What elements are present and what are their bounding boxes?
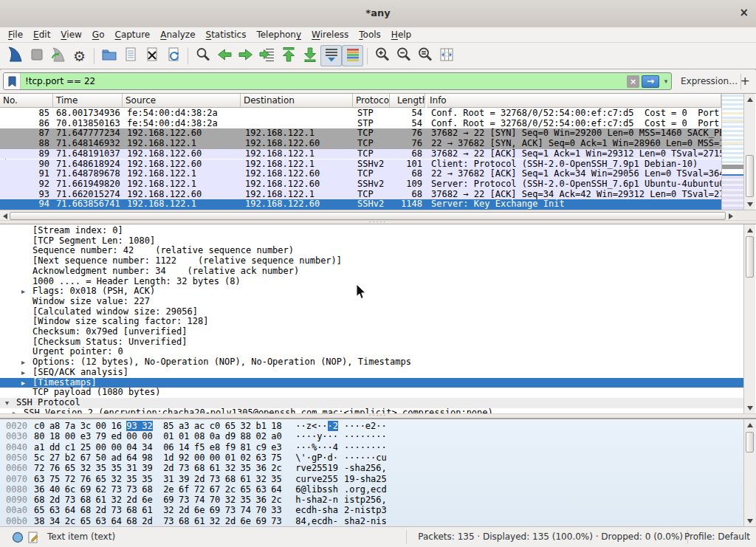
packet-row-91[interactable]: 9171.648789678192.168.122.1192.168.122.6… [0, 169, 721, 179]
reload-file-button[interactable] [162, 45, 184, 66]
zoom-in-button[interactable] [371, 45, 393, 66]
menu-statistics[interactable]: Statistics [201, 27, 252, 42]
detail-line[interactable]: TCP payload (1080 bytes) [0, 388, 743, 398]
title-bar[interactable]: *any × [0, 0, 756, 28]
scroll-down-icon[interactable] [744, 199, 756, 209]
expand-icon[interactable]: ▸ [13, 408, 16, 413]
open-file-button[interactable] [98, 45, 120, 66]
expand-icon[interactable]: ▸ [21, 357, 25, 368]
bytes-vscrollbar[interactable] [743, 419, 755, 526]
save-file-button[interactable] [120, 45, 141, 66]
expert-info-icon[interactable] [12, 531, 24, 546]
close-file-button[interactable] [141, 45, 162, 66]
capture-options-button[interactable]: ⚙ [69, 45, 90, 66]
expand-icon[interactable]: ▸ [21, 378, 25, 388]
packet-row-86[interactable]: 8670.013850163fe:54:00:d4:38:2aSTP54Conf… [0, 119, 721, 129]
menu-telephony[interactable]: Telephony [251, 27, 306, 42]
go-back-button[interactable] [213, 45, 235, 66]
scroll-up-icon[interactable] [744, 420, 756, 430]
detail-line[interactable]: [Checksum Status: Unverified] [0, 337, 743, 348]
scrollbar-thumb[interactable] [746, 432, 754, 453]
profile-label[interactable]: Profile: Default [684, 527, 750, 547]
detail-line[interactable]: ▸Flags: 0x018 (PSH, ACK) [0, 286, 743, 297]
detail-line[interactable]: [TCP Segment Len: 1080] [0, 236, 743, 247]
column-header-protocol[interactable]: Protocol [353, 94, 390, 108]
detail-line[interactable]: 1000 .... = Header Length: 32 bytes (8) [0, 277, 743, 287]
filter-bookmark-icon[interactable] [4, 73, 21, 89]
auto-scroll-toggle[interactable] [320, 45, 342, 66]
detail-line[interactable]: ▸[Timestamps] [0, 378, 743, 388]
expand-icon[interactable]: ▸ [21, 368, 25, 378]
detail-line[interactable]: ▾SSH Protocol [0, 398, 743, 408]
filter-apply-icon[interactable]: → [642, 75, 659, 88]
column-header-destination[interactable]: Destination [241, 94, 353, 108]
column-header-no[interactable]: No. [0, 94, 53, 108]
detail-line[interactable]: [Stream index: 0] [0, 226, 743, 236]
packet-row-94[interactable]: 9471.663856741192.168.122.1192.168.122.6… [0, 199, 721, 210]
filter-dropdown-icon[interactable]: ▾ [661, 78, 671, 85]
menu-help[interactable]: Help [386, 27, 416, 42]
scrollbar-thumb[interactable] [10, 212, 726, 220]
detail-line[interactable]: Checksum: 0x79ed [unverified] [0, 327, 743, 337]
detail-line[interactable]: Window size value: 227 [0, 297, 743, 307]
details-vscrollbar[interactable] [743, 224, 755, 413]
menu-file[interactable]: File [3, 27, 28, 42]
scroll-down-icon[interactable] [744, 403, 756, 413]
menu-wireless[interactable]: Wireless [306, 27, 354, 42]
column-header-length[interactable]: Length [390, 94, 425, 108]
close-icon[interactable]: × [739, 6, 749, 19]
column-header-info[interactable]: Info [427, 94, 721, 108]
hex-row-0090[interactable]: 0090682d736861322d6e697374703235362ch-sh… [6, 495, 387, 505]
packet-list-minimap[interactable] [721, 94, 744, 210]
detail-line[interactable]: [Next sequence number: 1122 (relative se… [0, 256, 743, 266]
scroll-down-icon[interactable] [744, 516, 756, 526]
menu-view[interactable]: View [55, 27, 86, 42]
scrollbar-thumb[interactable] [746, 236, 754, 278]
detail-line[interactable]: ▸[SEQ/ACK analysis] [0, 368, 743, 378]
zoom-100-button[interactable] [414, 45, 436, 66]
scrollbar-thumb[interactable] [746, 155, 754, 197]
hex-row-0020[interactable]: 0020c0a87a3c0016933285a3acc06532b118··z<… [6, 421, 387, 431]
hex-row-0060[interactable]: 006072766532353531392d7368613235362crve2… [6, 463, 387, 473]
packet-row-92[interactable]: 9271.661949820192.168.122.1192.168.122.6… [0, 179, 721, 190]
stop-capture-button[interactable] [26, 45, 47, 66]
hex-row-0080[interactable]: 008036406c69627373682e6f72672c6563646@li… [6, 484, 387, 495]
detail-line[interactable]: Sequence number: 42 (relative sequence n… [0, 246, 743, 256]
packet-row-87[interactable]: 8771.647777234192.168.122.60192.168.122.… [0, 128, 721, 139]
column-header-source[interactable]: Source [123, 94, 241, 108]
menu-go[interactable]: Go [87, 27, 110, 42]
capture-comment-icon[interactable] [28, 531, 39, 546]
scroll-up-icon[interactable] [744, 225, 756, 235]
packet-row-93[interactable]: 9371.662015274192.168.122.60192.168.122.… [0, 190, 721, 200]
hex-row-0040[interactable]: 0040a1ddc125000004340614f5e8f981c9e3···%… [6, 442, 387, 453]
menu-analyze[interactable]: Analyze [155, 27, 200, 42]
detail-line[interactable]: Urgent pointer: 0 [0, 347, 743, 357]
go-to-first-packet-button[interactable] [278, 45, 299, 66]
zoom-out-button[interactable] [393, 45, 414, 66]
start-capture-button[interactable] [4, 45, 26, 66]
column-header-time[interactable]: Time [53, 94, 123, 108]
filter-input[interactable] [21, 74, 627, 89]
packet-row-85[interactable]: 8568.001734936fe:54:00:d4:38:2aSTP54Conf… [0, 109, 721, 119]
display-filter-field[interactable]: × → ▾ [3, 72, 672, 90]
detail-line[interactable]: Acknowledgment number: 34 (relative ack … [0, 266, 743, 277]
packet-list-vscrollbar[interactable] [743, 94, 755, 210]
hex-row-0070[interactable]: 0070637572766532353531392d7368613235curv… [6, 474, 387, 484]
add-filter-button[interactable]: + [740, 70, 750, 92]
menu-tools[interactable]: Tools [354, 27, 386, 42]
go-to-last-packet-button[interactable] [299, 45, 320, 66]
packet-row-88[interactable]: 8871.648146932192.168.122.1192.168.122.6… [0, 139, 721, 149]
hex-row-0030[interactable]: 0030801800e379ed00000101080ad98802a0····… [6, 431, 387, 441]
find-packet-button[interactable] [192, 45, 213, 66]
pane-splitter[interactable]: ····· [0, 413, 756, 419]
packet-row-90[interactable]: 9071.648618924192.168.122.60192.168.122.… [0, 159, 721, 170]
menu-edit[interactable]: Edit [28, 27, 55, 42]
packet-list-hscrollbar[interactable] [0, 210, 736, 221]
expand-icon[interactable]: ▸ [21, 286, 25, 297]
detail-line[interactable]: [Window size scaling factor: 128] [0, 317, 743, 327]
detail-line[interactable]: ▸Options: (12 bytes), No-Operation (NOP)… [0, 357, 743, 368]
hex-row-0050[interactable]: 00505c27b26750ad64981d92000001026375\'·g… [6, 453, 387, 463]
scroll-up-icon[interactable] [744, 94, 756, 104]
hex-row-00b0[interactable]: 00b038342c656364682d736861322d6e697384,e… [6, 516, 387, 526]
collapse-icon[interactable]: ▾ [5, 398, 9, 408]
